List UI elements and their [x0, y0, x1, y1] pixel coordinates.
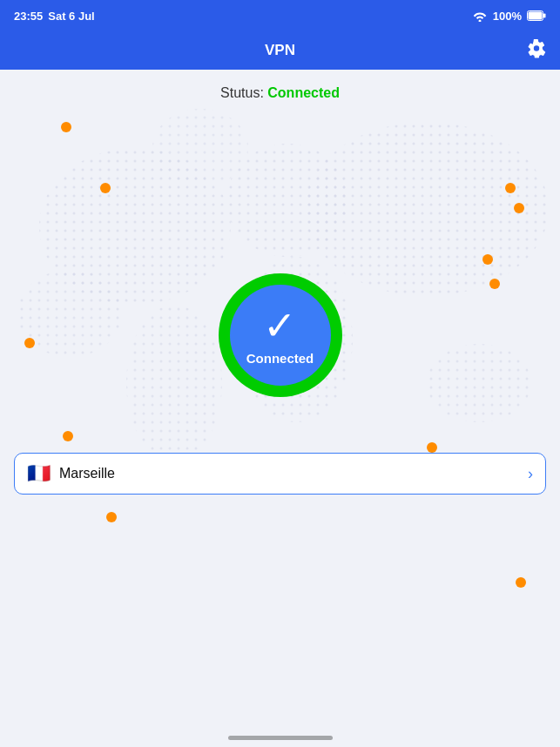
svg-point-10	[427, 344, 531, 422]
nav-title: VPN	[265, 42, 295, 59]
status-value: Connected	[267, 85, 340, 100]
time-label: 23:55	[14, 10, 43, 23]
location-row[interactable]: 🇫🇷 Marseille ›	[14, 453, 546, 495]
date-label: Sat 6 Jul	[48, 10, 94, 23]
status-bar-right: 100%	[472, 10, 546, 23]
server-dot	[24, 338, 35, 348]
battery-label: 100%	[493, 10, 522, 23]
server-dot	[505, 183, 516, 193]
server-dot	[516, 577, 526, 588]
server-dot	[427, 442, 437, 453]
nav-bar: VPN	[0, 31, 560, 70]
country-flag: 🇫🇷	[27, 462, 51, 485]
status-bar-left: 23:55 Sat 6 Jul	[14, 10, 95, 23]
city-name: Marseille	[59, 466, 528, 481]
connect-button-outer[interactable]: ✓ Connected	[224, 279, 337, 392]
server-dot	[100, 183, 111, 193]
server-dot	[63, 431, 73, 441]
battery-icon	[527, 10, 546, 21]
svg-point-9	[305, 122, 549, 296]
status-prefix: Stutus:	[220, 85, 267, 100]
status-bar: 23:55 Sat 6 Jul 100%	[0, 0, 560, 31]
connect-button-wrapper[interactable]: ✓ Connected	[224, 279, 337, 392]
connect-button-inner[interactable]: ✓ Connected	[230, 285, 331, 386]
main-content: Stutus: Connected ✓ Connected 🇫🇷 Marseil…	[0, 70, 560, 747]
gear-icon	[527, 39, 546, 58]
svg-point-11	[126, 305, 222, 461]
connect-button-label: Connected	[246, 351, 314, 366]
server-dot	[106, 512, 117, 522]
checkmark-icon: ✓	[263, 306, 297, 346]
server-dot	[61, 122, 71, 132]
server-dot	[489, 279, 500, 289]
status-text: Stutus: Connected	[0, 85, 560, 101]
server-dot	[482, 254, 493, 265]
svg-rect-1	[529, 12, 543, 20]
server-dot	[514, 203, 524, 213]
wifi-icon	[472, 10, 488, 22]
home-indicator	[228, 736, 333, 740]
chevron-right-icon: ›	[528, 465, 533, 483]
svg-rect-2	[543, 14, 546, 18]
gear-button[interactable]	[527, 39, 546, 63]
